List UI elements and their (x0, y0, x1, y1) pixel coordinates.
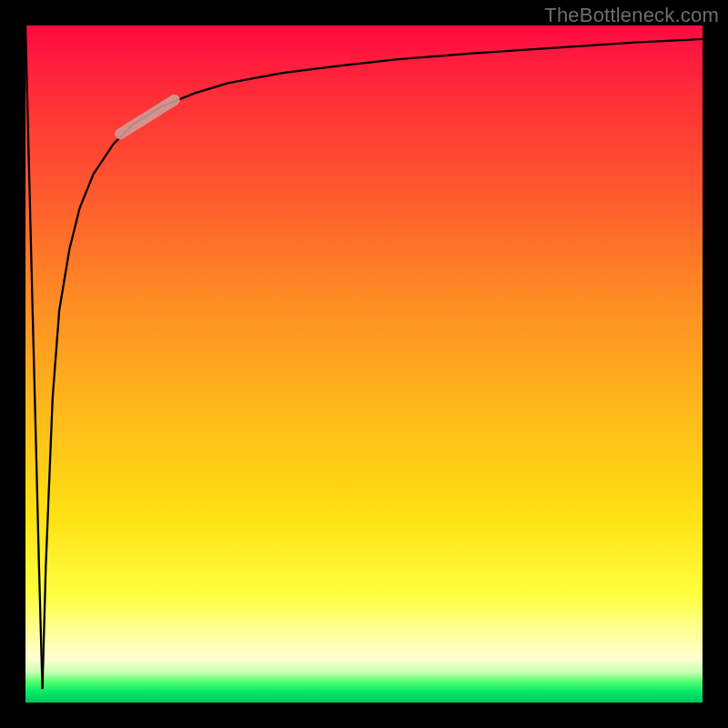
chart-curve-layer (25, 25, 703, 703)
curve-descend (25, 25, 43, 689)
highlight-marker (120, 100, 175, 134)
curve-ascend (43, 39, 703, 689)
watermark-label: TheBottleneck.com (544, 4, 719, 27)
